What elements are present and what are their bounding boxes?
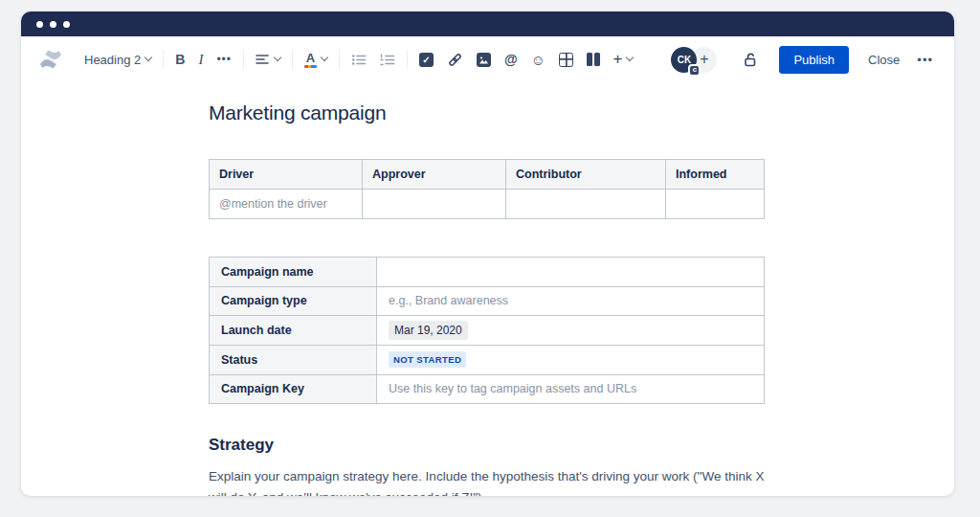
raci-body-row: @mention the driver — [210, 190, 765, 219]
mention-button[interactable]: @ — [504, 52, 518, 67]
link-icon — [447, 52, 463, 68]
avatar[interactable]: CK c — [671, 47, 697, 73]
window-titlebar — [21, 11, 954, 36]
bullet-list-icon — [351, 53, 367, 67]
editor-toolbar: Heading 2 B I ••• — [21, 36, 954, 82]
raci-table: Driver Approver Contributor Informed @me… — [209, 159, 765, 219]
columns-layout-icon — [587, 53, 600, 66]
campaign-type-value[interactable]: e.g., Brand awareness — [377, 286, 765, 316]
text-color-icon: A — [304, 52, 317, 68]
text-color-button[interactable]: A — [304, 52, 327, 68]
traffic-light-dot[interactable] — [50, 21, 56, 28]
launch-date-value: Mar 19, 2020 — [377, 316, 765, 346]
bullet-list-button[interactable] — [351, 53, 367, 67]
strategy-paragraph[interactable]: Explain your campaign strategy here. Inc… — [209, 466, 768, 496]
status-label[interactable]: Status — [210, 346, 377, 375]
traffic-light-dot[interactable] — [36, 21, 43, 28]
toolbar-divider — [292, 50, 293, 69]
table-row: Campaign Key Use this key to tag campaig… — [210, 374, 765, 404]
raci-header-driver[interactable]: Driver — [210, 160, 363, 190]
raci-header-contributor[interactable]: Contributor — [506, 160, 666, 190]
align-text-icon — [256, 53, 270, 66]
page-content: Marketing campaign Driver Approver Contr… — [21, 82, 954, 496]
more-actions-button[interactable]: ••• — [917, 53, 933, 67]
page-title[interactable]: Marketing campaign — [209, 101, 954, 124]
table-row: Status NOT STARTED — [210, 346, 765, 375]
raci-cell-informed[interactable] — [666, 190, 765, 219]
text-style-select[interactable]: Heading 2 — [84, 53, 151, 67]
traffic-light-dot[interactable] — [63, 21, 70, 28]
insert-table-button[interactable] — [559, 53, 573, 67]
chevron-down-icon — [145, 54, 152, 61]
raci-header-row: Driver Approver Contributor Informed — [210, 160, 765, 190]
toolbar-divider — [339, 50, 340, 69]
campaign-type-label[interactable]: Campaign type — [210, 286, 377, 316]
numbered-list-icon — [380, 53, 395, 67]
italic-button[interactable]: I — [198, 52, 203, 68]
mention-placeholder: @mention the driver — [219, 197, 327, 211]
plus-icon: + — [613, 51, 623, 67]
avatar-status-badge: c — [688, 64, 701, 77]
campaign-key-label[interactable]: Campaign Key — [210, 374, 377, 404]
alignment-button[interactable] — [256, 53, 280, 66]
ellipsis-icon: ••• — [917, 53, 933, 67]
chevron-down-icon — [626, 54, 634, 61]
toolbar-divider — [407, 50, 408, 69]
table-grid-icon — [559, 53, 573, 67]
numbered-list-button[interactable] — [380, 53, 395, 67]
link-button[interactable] — [447, 52, 463, 68]
raci-header-approver[interactable]: Approver — [363, 160, 506, 190]
task-list-button[interactable]: ✓ — [419, 53, 434, 67]
raci-header-informed[interactable]: Informed — [666, 160, 765, 190]
chevron-down-icon — [321, 54, 328, 61]
strategy-heading[interactable]: Strategy — [209, 436, 954, 455]
campaign-name-label[interactable]: Campaign name — [210, 258, 377, 287]
insert-more-button[interactable]: + — [613, 53, 634, 67]
insert-image-button[interactable] — [477, 53, 491, 67]
emoji-icon: ☺ — [531, 53, 546, 67]
desktop-background: { "window": { "traffic_dot_count": 3 }, … — [0, 0, 980, 517]
table-row: Campaign type e.g., Brand awareness — [210, 286, 765, 316]
publish-button[interactable]: Publish — [779, 46, 849, 74]
layouts-button[interactable] — [587, 53, 600, 66]
status-value: NOT STARTED — [377, 346, 765, 375]
image-icon — [477, 53, 491, 67]
ellipsis-icon: ••• — [216, 53, 232, 66]
toolbar-divider — [163, 50, 164, 69]
editor-window: Heading 2 B I ••• — [21, 11, 954, 496]
toolbar-right-cluster: CK c + Publish Close ••• — [671, 46, 933, 74]
chevron-down-icon — [274, 54, 281, 61]
confluence-logo-icon — [38, 49, 63, 70]
text-style-label: Heading 2 — [84, 53, 141, 67]
unlocked-padlock-icon — [742, 52, 758, 68]
toolbar-divider — [243, 50, 244, 69]
raci-cell-approver[interactable] — [363, 190, 506, 219]
raci-cell-driver[interactable]: @mention the driver — [210, 190, 363, 219]
emoji-button[interactable]: ☺ — [531, 53, 546, 67]
close-button[interactable]: Close — [868, 53, 900, 67]
table-row: Launch date Mar 19, 2020 — [210, 316, 765, 346]
checkbox-icon: ✓ — [419, 53, 434, 67]
more-formatting-button[interactable]: ••• — [216, 53, 232, 66]
status-badge[interactable]: NOT STARTED — [389, 351, 466, 368]
table-row: Campaign name — [210, 258, 765, 287]
unlock-restrictions-button[interactable] — [742, 52, 758, 68]
bold-button[interactable]: B — [175, 52, 185, 67]
raci-cell-contributor[interactable] — [506, 190, 666, 219]
campaign-name-value[interactable] — [377, 258, 765, 287]
date-lozenge[interactable]: Mar 19, 2020 — [389, 321, 468, 340]
campaign-key-value[interactable]: Use this key to tag campaign assets and … — [377, 374, 765, 404]
mention-icon: @ — [504, 52, 518, 67]
campaign-details-table: Campaign name Campaign type e.g., Brand … — [209, 257, 765, 404]
launch-date-label[interactable]: Launch date — [210, 316, 377, 346]
